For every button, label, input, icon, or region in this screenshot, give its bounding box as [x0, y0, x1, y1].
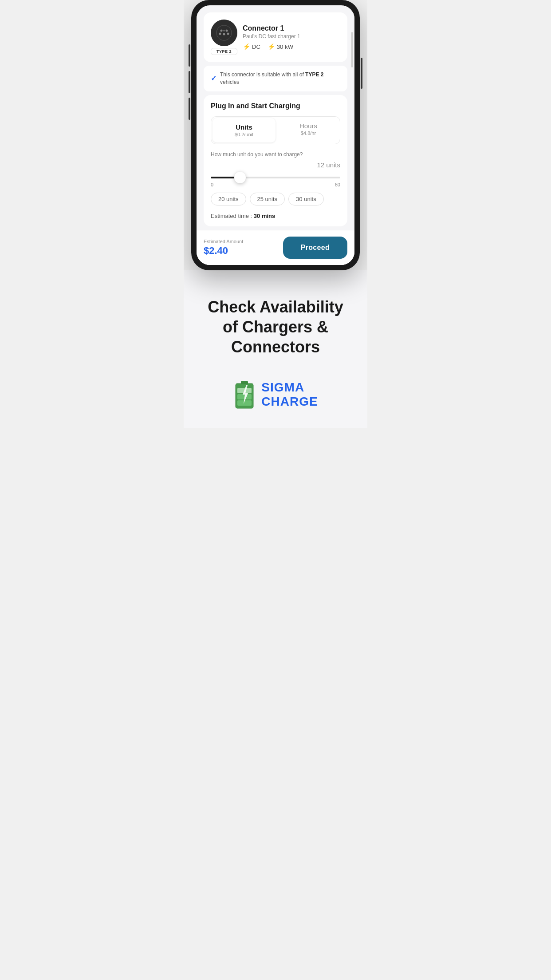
- slider-question: How much unit do you want to charge?: [211, 151, 340, 158]
- units-number: 12: [317, 161, 324, 169]
- page-headline: Check Availability of Chargers & Connect…: [201, 297, 350, 357]
- tab-units[interactable]: Units $0.2/unit: [213, 118, 276, 142]
- phone-screen: TYPE 2 Connector 1 Paul's DC fast charge…: [197, 5, 354, 265]
- slider-container[interactable]: [211, 172, 340, 180]
- brand-name: SIGMA CHARGE: [261, 380, 318, 409]
- check-icon: ✓: [211, 74, 216, 83]
- svg-point-1: [220, 30, 223, 32]
- estimated-amount-label: Estimated Amount: [204, 239, 243, 244]
- compat-text: This connector is suitable with all of T…: [220, 71, 340, 86]
- brand-logo: SIGMA CHARGE: [201, 379, 350, 410]
- current-value: DC: [252, 43, 260, 50]
- connector-card: TYPE 2 Connector 1 Paul's DC fast charge…: [204, 12, 347, 62]
- svg-point-3: [219, 33, 221, 35]
- svg-point-5: [227, 33, 229, 35]
- tab-hours[interactable]: Hours $4.8/hr: [277, 117, 340, 144]
- estimated-time-label: Estimated time :: [211, 213, 252, 219]
- svg-point-0: [216, 25, 232, 40]
- connector-info: Connector 1 Paul's DC fast charger 1 ⚡ D…: [243, 24, 340, 50]
- estimated-time: Estimated time : 30 mins: [211, 213, 340, 219]
- bottom-bar: Estimated Amount $2.40 Proceed: [197, 230, 354, 265]
- units-slider[interactable]: [211, 177, 340, 178]
- svg-point-2: [226, 30, 228, 32]
- amount-section: Estimated Amount $2.40: [204, 239, 243, 257]
- connector-icon: [211, 20, 237, 46]
- phone-mockup: TYPE 2 Connector 1 Paul's DC fast charge…: [191, 0, 360, 270]
- power-icon: ⚡: [268, 43, 275, 50]
- tab-hours-price: $4.8/hr: [282, 130, 335, 136]
- quick-btn-20[interactable]: 20 units: [211, 193, 246, 205]
- connector-icon-wrap: TYPE 2: [211, 20, 237, 55]
- section-title: Plug In and Start Charging: [211, 102, 340, 110]
- brand-charge: CHARGE: [261, 395, 318, 409]
- units-label: units: [326, 161, 340, 169]
- proceed-button[interactable]: Proceed: [283, 237, 347, 259]
- charging-section: Plug In and Start Charging Units $0.2/un…: [204, 95, 347, 226]
- connector-charger: Paul's DC fast charger 1: [243, 33, 340, 40]
- current-icon: ⚡: [243, 43, 250, 50]
- spec-power: ⚡ 30 kW: [268, 43, 293, 50]
- estimated-time-value: 30 mins: [254, 213, 275, 219]
- tab-units-price: $0.2/unit: [218, 132, 270, 137]
- svg-point-6: [223, 30, 225, 32]
- type-badge: TYPE 2: [211, 48, 237, 55]
- compat-notice: ✓ This connector is suitable with all of…: [204, 66, 347, 91]
- tab-units-label: Units: [218, 123, 270, 131]
- quick-btn-25[interactable]: 25 units: [250, 193, 285, 205]
- tab-selector[interactable]: Units $0.2/unit Hours $4.8/hr: [211, 116, 340, 144]
- units-value-display: 12 units: [211, 161, 340, 169]
- connector-specs: ⚡ DC ⚡ 30 kW: [243, 43, 340, 50]
- svg-point-4: [223, 33, 225, 36]
- connector-name: Connector 1: [243, 24, 340, 32]
- power-value: 30: [277, 43, 283, 50]
- brand-battery-icon: [233, 379, 256, 410]
- quick-select: 20 units 25 units 30 units: [211, 193, 340, 205]
- estimated-amount-value: $2.40: [204, 245, 243, 257]
- power-unit: kW: [285, 43, 293, 50]
- page-bottom: Check Availability of Chargers & Connect…: [184, 270, 367, 428]
- spec-current: ⚡ DC: [243, 43, 260, 50]
- quick-btn-30[interactable]: 30 units: [288, 193, 324, 205]
- svg-rect-8: [241, 381, 248, 384]
- tab-hours-label: Hours: [282, 122, 335, 130]
- brand-sigma: SIGMA: [261, 380, 318, 395]
